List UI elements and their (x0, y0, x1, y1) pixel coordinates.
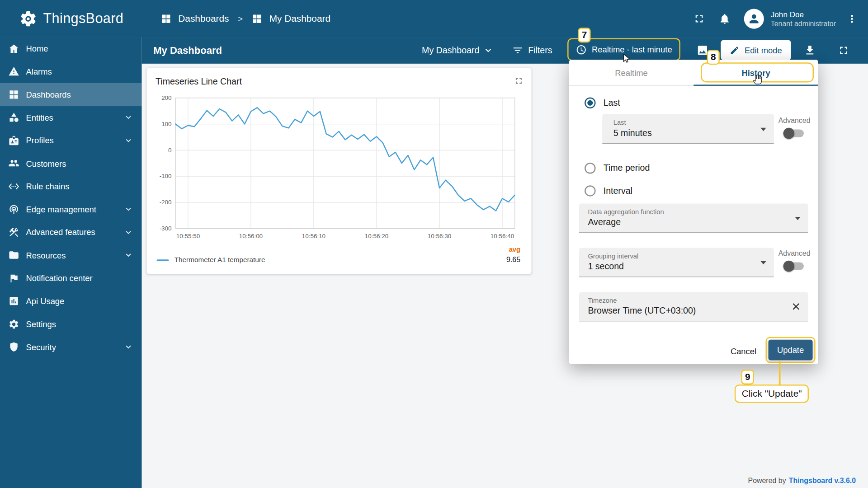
update-highlight: Update (765, 337, 815, 363)
aggregation-select[interactable]: Data aggregation function Average (579, 204, 808, 233)
header-actions: John Doe Tenant administrator (693, 0, 858, 37)
timeseries-widget: Timeseries Line Chart 2001000-100-200-30… (146, 68, 531, 274)
radio-time-period[interactable]: Time period (585, 163, 650, 174)
radio-interval-control[interactable] (585, 185, 595, 196)
dashboard-select-value: My Dashboard (422, 45, 479, 55)
logo[interactable]: ThingsBoard (19, 0, 124, 37)
clear-timezone-icon[interactable] (791, 301, 802, 312)
grouping-interval-select[interactable]: Grouping interval 1 second (579, 248, 774, 277)
last-value-select[interactable]: Last 5 minutes (602, 114, 774, 144)
edit-mode-button[interactable]: Edit mode (721, 40, 791, 60)
update-button[interactable]: Update (769, 340, 813, 360)
svg-text:-100: -100 (160, 173, 172, 179)
mouse-cursor-icon (621, 53, 632, 64)
grouping-value: 1 second (588, 262, 624, 272)
svg-text:10:56:40: 10:56:40 (491, 233, 514, 239)
filters-button[interactable]: Filters (512, 37, 552, 64)
version-link[interactable]: Thingsboard v.3.6.0 (789, 476, 856, 484)
step-8-badge: 8 (707, 50, 720, 65)
svg-text:10:56:20: 10:56:20 (365, 233, 388, 239)
timezone-value: Browser Time (UTC+03:00) (588, 306, 696, 316)
chevron-down-icon (123, 204, 133, 214)
sidebar-item-home[interactable]: Home (0, 37, 142, 60)
user-role: Tenant administrator (771, 19, 836, 28)
avatar[interactable] (744, 9, 764, 28)
sidebar-item-label: Dashboards (26, 90, 71, 99)
chevron-down-icon (483, 45, 494, 56)
legend-series[interactable]: Thermometer A1 temperature (157, 256, 265, 264)
toggle-knob (783, 128, 794, 139)
hand-cursor-icon (752, 74, 764, 85)
breadcrumb: Dashboards > My Dashboard (160, 0, 330, 37)
series-label: Thermometer A1 temperature (175, 256, 265, 264)
entities-icon (8, 112, 19, 123)
radio-time-period-label: Time period (604, 163, 650, 173)
breadcrumb-current: My Dashboard (269, 13, 330, 24)
advanced-toggle-2[interactable] (785, 262, 804, 270)
series-line (175, 108, 515, 211)
chevron-down-icon (123, 113, 133, 122)
chart-legend: Thermometer A1 temperature avg 9.65 (156, 249, 523, 270)
sidebar-item-resources[interactable]: Resources (0, 244, 142, 267)
step-7-badge: 7 (578, 28, 590, 42)
sidebar-item-alarms[interactable]: Alarms (0, 60, 142, 83)
sidebar-item-label: Edge management (26, 205, 96, 214)
more-vert-icon[interactable] (846, 13, 858, 25)
radio-interval[interactable]: Interval (585, 185, 632, 196)
timewindow-dialog: Realtime History Last Last 5 minutes Adv… (569, 60, 818, 364)
sidebar-item-settings[interactable]: Settings (0, 313, 142, 336)
page-title: My Dashboard (153, 37, 222, 64)
pencil-icon (730, 45, 740, 55)
sidebar-item-notification-center[interactable]: Notification center (0, 267, 142, 290)
sidebar-item-rule-chains[interactable]: Rule chains (0, 175, 142, 198)
thingsboard-logo-icon (19, 9, 38, 28)
sidebar-item-api-usage[interactable]: Api Usage (0, 290, 142, 313)
rule-chains-icon (8, 181, 19, 192)
avg-label: avg (506, 246, 520, 253)
fullscreen-icon[interactable] (693, 13, 705, 25)
download-icon[interactable] (804, 44, 816, 56)
filter-icon (512, 45, 523, 56)
cancel-button[interactable]: Cancel (726, 341, 761, 361)
sidebar-item-entities[interactable]: Entities (0, 106, 142, 129)
dashboard-fullscreen-icon[interactable] (838, 44, 850, 56)
breadcrumb-dashboards[interactable]: Dashboards (178, 13, 229, 24)
sidebar-item-security[interactable]: Security (0, 336, 142, 359)
sidebar-item-profiles[interactable]: Profiles (0, 129, 142, 152)
sidebar-item-advanced-features[interactable]: Advanced features (0, 221, 142, 244)
user-name: John Doe (771, 9, 836, 19)
user-info: John Doe Tenant administrator (771, 9, 836, 28)
aggregation-value: Average (588, 217, 621, 227)
svg-text:10:56:00: 10:56:00 (239, 233, 263, 239)
radio-time-period-control[interactable] (585, 163, 595, 174)
sidebar-item-label: Home (26, 44, 48, 53)
sidebar-menu: HomeAlarmsDashboardsEntitiesProfilesCust… (0, 37, 142, 488)
svg-text:100: 100 (161, 121, 171, 127)
sidebar-item-label: Entities (26, 113, 53, 122)
advanced-toggle[interactable] (785, 130, 804, 137)
svg-text:-300: -300 (160, 225, 172, 232)
tools-icon (8, 227, 19, 238)
sidebar-item-edge-management[interactable]: Edge management (0, 198, 142, 221)
dashboard-select[interactable]: My Dashboard (422, 37, 494, 64)
chevron-down-icon (123, 342, 133, 352)
last-field-label: Last (613, 118, 626, 126)
dropdown-arrow-icon (795, 217, 800, 220)
svg-text:-200: -200 (160, 199, 172, 206)
filters-label: Filters (528, 45, 552, 55)
radio-last-control[interactable] (585, 98, 595, 108)
sidebar-item-label: Settings (26, 319, 56, 329)
notifications-bell-icon[interactable] (719, 13, 731, 25)
widget-title: Timeseries Line Chart (156, 77, 523, 87)
edge-icon (8, 204, 19, 215)
widget-fullscreen-icon[interactable] (514, 76, 524, 86)
advanced-label: Advanced (777, 249, 811, 257)
timezone-field[interactable]: Timezone Browser Time (UTC+03:00) (579, 292, 808, 322)
sidebar-item-label: Security (26, 343, 56, 352)
customers-icon (8, 158, 19, 169)
click-update-callout: Click "Update" (735, 385, 809, 403)
person-icon (747, 12, 760, 25)
sidebar-item-dashboards[interactable]: Dashboards (0, 83, 142, 106)
radio-last[interactable]: Last (585, 98, 620, 108)
sidebar-item-customers[interactable]: Customers (0, 152, 142, 175)
